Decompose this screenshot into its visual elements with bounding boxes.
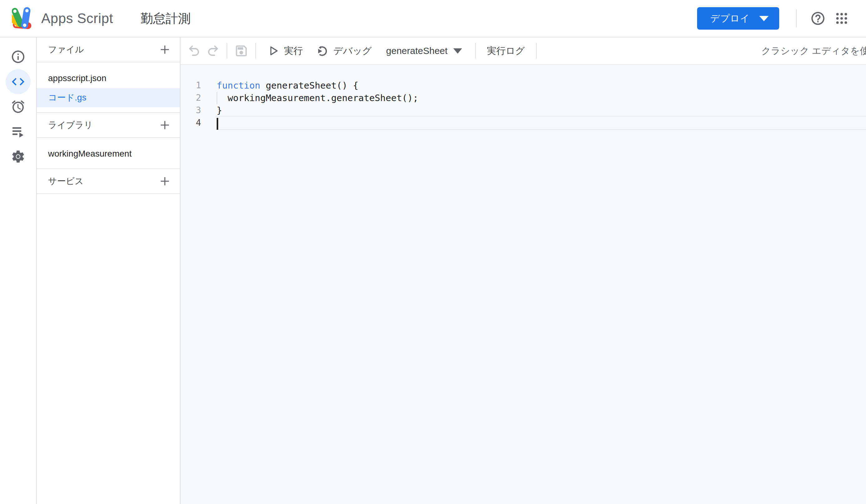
undo-icon [187, 43, 202, 58]
debug-icon [315, 44, 329, 58]
library-name: workingMeasurement [48, 149, 132, 159]
google-apps-button[interactable] [830, 7, 854, 30]
toolbar-divider [536, 43, 537, 59]
editor-toolbar: 実行 デバッグ generateSheet 実行ログ クラシック エディタを使 [180, 37, 866, 65]
chevron-down-icon [453, 48, 462, 54]
run-play-icon [267, 45, 280, 57]
code-text: function generateSheet() { [216, 79, 358, 92]
code-lines: 1 function generateSheet() { 2 workingMe… [180, 79, 866, 129]
file-row-code-gs[interactable]: コード.gs [37, 88, 180, 107]
file-row-appsscript-json[interactable]: appsscript.json [37, 69, 180, 88]
code-text: workingMeasurement.generateSheet(); [216, 92, 418, 104]
line-number: 3 [180, 104, 201, 117]
info-icon [11, 49, 25, 64]
line-number: 1 [180, 79, 201, 92]
libraries-section-header: ライブラリ [37, 113, 180, 138]
editor-pane: 実行 デバッグ generateSheet 実行ログ クラシック エディタを使 … [180, 37, 866, 504]
deploy-button-label: デプロイ [710, 12, 750, 25]
google-apps-grid-icon [834, 11, 849, 25]
sidebar-item-overview[interactable] [5, 44, 31, 69]
sidebar-item-triggers[interactable] [5, 94, 31, 119]
settings-gear-icon [11, 149, 25, 164]
file-name: appsscript.json [48, 73, 107, 83]
files-section-title: ファイル [48, 44, 84, 56]
header-divider [796, 9, 797, 27]
help-icon [810, 11, 826, 26]
redo-icon [205, 43, 220, 58]
sidebar-item-editor[interactable] [5, 69, 31, 94]
plus-icon [158, 43, 171, 56]
toolbar-divider [475, 43, 476, 59]
debug-button-label: デバッグ [333, 45, 372, 57]
files-section-header: ファイル [37, 37, 180, 62]
code-line-3: 3 } [180, 104, 866, 117]
code-line-2: 2 workingMeasurement.generateSheet(); [180, 92, 866, 104]
line-number: 2 [180, 92, 201, 104]
code-line-1: 1 function generateSheet() { [180, 79, 866, 92]
top-header: Apps Script 勤怠計測 デプロイ [0, 0, 866, 37]
deploy-caret-icon [759, 16, 769, 21]
run-button[interactable]: 実行 [267, 45, 303, 57]
services-section-header: サービス [37, 169, 180, 194]
apps-script-logo-icon[interactable] [12, 7, 36, 30]
add-service-button[interactable] [156, 172, 174, 190]
function-selector[interactable]: generateSheet [386, 46, 462, 56]
debug-button[interactable]: デバッグ [315, 44, 372, 58]
selected-function-name: generateSheet [386, 46, 448, 56]
file-name: コード.gs [48, 92, 87, 104]
activity-bar [0, 37, 37, 504]
add-file-button[interactable] [156, 41, 174, 58]
alarm-icon [11, 99, 25, 114]
undo-button[interactable] [186, 42, 203, 60]
run-button-label: 実行 [284, 45, 303, 57]
sidebar-item-executions[interactable] [5, 119, 31, 144]
services-section-title: サービス [48, 175, 84, 187]
add-library-button[interactable] [156, 116, 174, 134]
code-line-4: 4 [180, 117, 866, 129]
library-list: workingMeasurement [37, 138, 180, 169]
deploy-button[interactable]: デプロイ [697, 7, 779, 30]
libraries-section-title: ライブラリ [48, 119, 93, 131]
code-editor[interactable]: 1 function generateSheet() { 2 workingMe… [180, 65, 866, 504]
save-button[interactable] [232, 42, 251, 60]
redo-button[interactable] [203, 42, 222, 60]
code-text [216, 117, 218, 129]
execution-log-label: 実行ログ [487, 45, 525, 57]
project-title[interactable]: 勤怠計測 [141, 10, 190, 27]
help-button[interactable] [806, 7, 830, 30]
code-icon [11, 74, 25, 89]
code-text: } [216, 104, 222, 117]
use-classic-editor-link[interactable]: クラシック エディタを使 [762, 45, 866, 57]
file-sidebar: ファイル appsscript.json コード.gs ライブラリ workin… [37, 37, 180, 504]
sidebar-item-settings[interactable] [5, 144, 31, 169]
executions-list-icon [11, 124, 25, 139]
app-name[interactable]: Apps Script [41, 11, 113, 26]
plus-icon [158, 118, 171, 131]
toolbar-divider [227, 43, 227, 59]
toolbar-divider [255, 43, 256, 59]
plus-icon [158, 175, 171, 188]
save-icon [234, 44, 248, 58]
line-number: 4 [180, 117, 201, 129]
text-cursor [216, 118, 218, 130]
file-list: appsscript.json コード.gs [37, 62, 180, 113]
execution-log-button[interactable]: 実行ログ [487, 45, 525, 57]
library-row-workingmeasurement[interactable]: workingMeasurement [37, 144, 180, 163]
